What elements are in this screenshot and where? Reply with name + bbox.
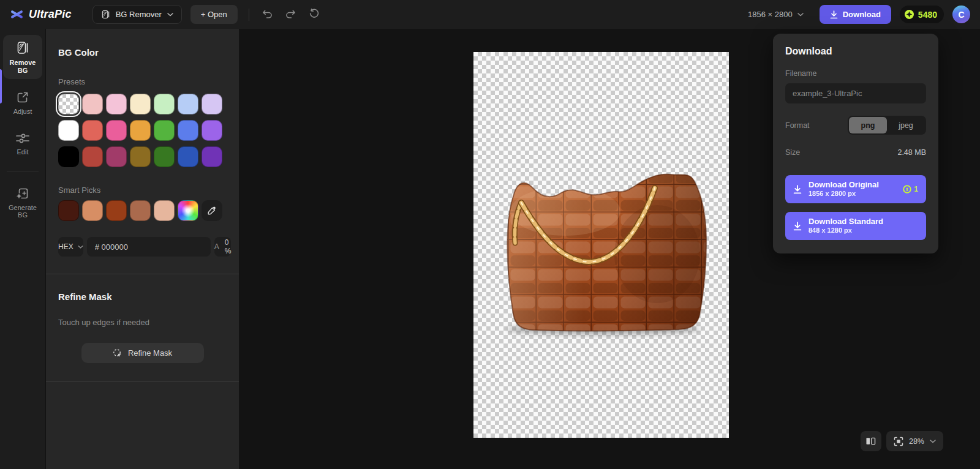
- rail-item-label: Edit: [17, 148, 29, 156]
- alpha-input[interactable]: A 0 %: [214, 237, 232, 257]
- undo-button[interactable]: [260, 9, 275, 20]
- color-swatch[interactable]: [82, 146, 103, 167]
- preset-row-2: [58, 120, 227, 141]
- smart-swatches: [58, 200, 198, 221]
- preset-row-3: [58, 146, 227, 167]
- format-option-jpeg[interactable]: jpeg: [887, 117, 925, 133]
- sliders-icon: [15, 132, 30, 144]
- download-standard-text: Download Standard 848 x 1280 px: [809, 217, 918, 235]
- credits-count: 5480: [918, 10, 937, 20]
- refine-mask-button[interactable]: Refine Mask: [81, 343, 204, 363]
- color-swatch[interactable]: [106, 94, 127, 114]
- color-swatch[interactable]: [58, 146, 79, 167]
- color-swatch[interactable]: [154, 146, 175, 167]
- rail-item-remove-bg[interactable]: Remove BG: [3, 35, 42, 79]
- tool-selector-dropdown[interactable]: BG Remover: [92, 5, 182, 24]
- download-original-text: Download Original 1856 x 2800 px: [809, 180, 896, 198]
- bg-color-title: BG Color: [58, 47, 227, 58]
- color-swatch[interactable]: [130, 200, 151, 221]
- filename-input[interactable]: [785, 83, 926, 103]
- color-swatch[interactable]: [202, 120, 222, 141]
- filename-label: Filename: [785, 69, 926, 78]
- color-swatch[interactable]: [130, 94, 151, 114]
- chevron-down-icon: [930, 440, 936, 443]
- color-swatch[interactable]: [178, 120, 198, 141]
- canvas[interactable]: [473, 52, 729, 438]
- color-swatch[interactable]: [178, 146, 198, 167]
- download-standard-size: 848 x 1280 px: [809, 227, 918, 235]
- avatar-initial: C: [958, 10, 964, 20]
- color-swatch[interactable]: [130, 120, 151, 141]
- eyedropper-button[interactable]: [202, 200, 222, 221]
- download-panel: Download Filename Format png jpeg Size 2…: [773, 34, 938, 253]
- smart-picks-row: [58, 200, 227, 221]
- workspace: Download Filename Format png jpeg Size 2…: [239, 29, 980, 469]
- tool-rail: Remove BG Adjust Edit: [0, 29, 46, 469]
- rail-item-generate-bg[interactable]: Generate BG: [3, 181, 42, 224]
- download-original-cost: 1: [903, 185, 918, 193]
- zoom-control[interactable]: 28%: [886, 431, 943, 451]
- color-swatch[interactable]: [106, 200, 127, 221]
- canvas-size-dropdown[interactable]: 1856 × 2800: [748, 10, 804, 19]
- user-avatar[interactable]: C: [952, 6, 970, 23]
- color-mode-dropdown[interactable]: HEX: [58, 237, 83, 257]
- smart-picks-label: Smart Picks: [58, 186, 227, 195]
- open-button[interactable]: + Open: [190, 5, 238, 24]
- rail-item-label: Remove BG: [4, 59, 41, 74]
- format-row: Format png jpeg: [785, 116, 926, 135]
- color-swatch[interactable]: [82, 120, 103, 141]
- refine-mask-title: Refine Mask: [58, 291, 227, 302]
- brand-name: UltraPic: [29, 8, 72, 21]
- color-swatch[interactable]: [106, 146, 127, 167]
- download-original-size: 1856 x 2800 px: [809, 190, 896, 198]
- download-original-button[interactable]: Download Original 1856 x 2800 px 1: [785, 175, 926, 203]
- download-standard-button[interactable]: Download Standard 848 x 1280 px: [785, 212, 926, 240]
- app-root: UltraPic BG Remover + Open: [0, 0, 980, 469]
- compare-button[interactable]: [861, 431, 881, 451]
- color-swatch[interactable]: [130, 146, 151, 167]
- color-value-row: HEX A 0 %: [58, 237, 227, 257]
- ultrapic-logo-icon: [10, 7, 24, 21]
- refine-mask-subtitle: Touch up edges if needed: [58, 318, 227, 327]
- size-value: 2.48 MB: [897, 148, 926, 157]
- hex-value-input[interactable]: [87, 237, 211, 257]
- fit-screen-icon: [894, 437, 903, 446]
- format-option-png[interactable]: png: [849, 117, 887, 133]
- color-swatch[interactable]: [58, 94, 79, 114]
- canvas-size-label: 1856 × 2800: [748, 10, 793, 19]
- download-icon: [793, 185, 802, 194]
- refine-mask-section: Refine Mask Touch up edges if needed Ref…: [58, 274, 227, 363]
- brand-logo: UltraPic: [10, 7, 72, 21]
- chevron-down-icon: [167, 13, 173, 17]
- color-swatch[interactable]: [82, 200, 103, 221]
- download-icon: [830, 10, 838, 19]
- color-swatch[interactable]: [58, 120, 79, 141]
- color-swatch[interactable]: [58, 200, 79, 221]
- format-label: Format: [785, 121, 810, 130]
- color-swatch[interactable]: [178, 200, 198, 221]
- rail-item-adjust[interactable]: Adjust: [3, 85, 42, 121]
- reset-icon: [309, 9, 319, 18]
- color-swatch[interactable]: [154, 94, 175, 114]
- reset-button[interactable]: [307, 9, 322, 20]
- color-swatch[interactable]: [82, 94, 103, 114]
- color-swatch[interactable]: [154, 120, 175, 141]
- size-label: Size: [785, 148, 800, 157]
- color-swatch[interactable]: [202, 94, 222, 114]
- color-swatch[interactable]: [202, 146, 222, 167]
- color-swatch[interactable]: [154, 200, 175, 221]
- refine-mask-icon: [113, 348, 123, 358]
- download-original-title: Download Original: [809, 180, 896, 190]
- credits-badge[interactable]: 5480: [900, 6, 944, 23]
- download-button[interactable]: Download: [820, 5, 891, 24]
- remove-bg-icon: [15, 40, 30, 55]
- color-swatch[interactable]: [178, 94, 198, 114]
- rail-item-edit[interactable]: Edit: [3, 127, 42, 161]
- redo-button[interactable]: [284, 9, 298, 20]
- color-swatch[interactable]: [106, 120, 127, 141]
- download-standard-title: Download Standard: [809, 217, 918, 227]
- bg-color-panel: BG Color Presets Smart Picks: [46, 29, 239, 469]
- format-segmented-control: png jpeg: [848, 116, 926, 135]
- bg-remover-icon: [101, 10, 110, 19]
- preset-row-1: [58, 94, 227, 114]
